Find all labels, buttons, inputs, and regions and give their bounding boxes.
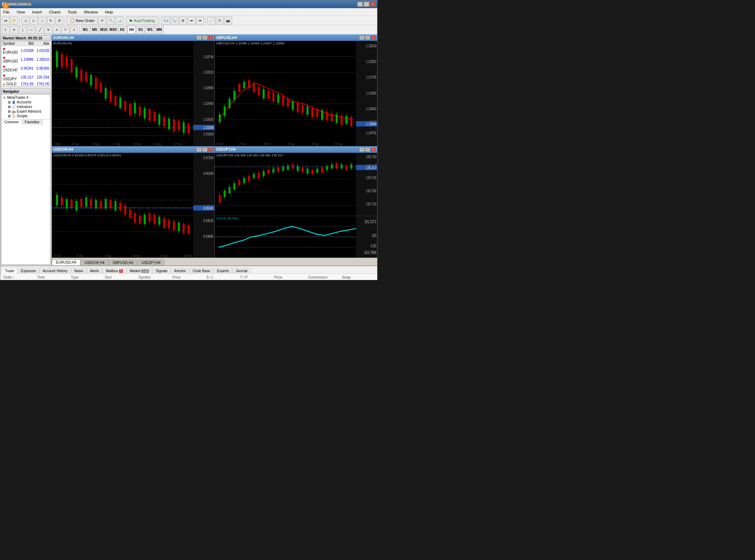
tf-d1[interactable]: D1 bbox=[136, 26, 145, 34]
minimize-button[interactable]: ─ bbox=[357, 2, 363, 7]
svg-text:0.93685: 0.93685 bbox=[203, 235, 214, 238]
chart-eurusd-body[interactable]: EURUSD,H4 bbox=[52, 41, 214, 146]
term-tab-news[interactable]: News bbox=[71, 268, 86, 274]
properties-button[interactable]: 🔧 bbox=[107, 17, 115, 25]
tf-m30[interactable]: M30 bbox=[109, 26, 117, 34]
chart-gbpusd-maximize[interactable]: □ bbox=[365, 36, 370, 40]
trendline-button[interactable]: ╱ bbox=[36, 26, 44, 34]
zoom-in-button[interactable]: 🔍+ bbox=[161, 17, 170, 25]
history-button[interactable]: 📊 bbox=[116, 17, 123, 25]
term-tab-alerts[interactable]: Alerts bbox=[87, 268, 102, 274]
chart-usdjpy-titlebar: USDJPY,H4 ─ □ ✕ bbox=[215, 146, 377, 153]
chart-eurusd-minimize[interactable]: ─ bbox=[197, 36, 202, 40]
fit-chart-button[interactable]: ⊞ bbox=[179, 17, 187, 25]
nav-experts[interactable]: ⊞ 🤖 Expert Advisors bbox=[7, 109, 49, 114]
term-tab-experts[interactable]: Experts bbox=[214, 268, 232, 274]
scripts-icon: 📜 bbox=[12, 114, 16, 118]
close-button[interactable]: ✕ bbox=[370, 2, 376, 7]
term-tab-trade[interactable]: Trade bbox=[2, 268, 17, 274]
close-all-button[interactable]: ✕ bbox=[98, 17, 106, 25]
term-tab-market[interactable]: Market 110 bbox=[127, 268, 152, 274]
svg-text:1.03740: 1.03740 bbox=[203, 55, 214, 59]
title-bar: 📈 MetaTrader 4 ─ □ ✕ bbox=[0, 0, 377, 8]
chart-tab-eurusd[interactable]: EURUSD,H4 bbox=[52, 259, 80, 265]
term-tab-journal[interactable]: Journal bbox=[232, 268, 251, 274]
tf-m15[interactable]: M15 bbox=[100, 26, 108, 34]
refresh-button[interactable]: ↻ bbox=[47, 17, 55, 25]
nav-tab-favorites[interactable]: Favorites bbox=[22, 119, 43, 125]
chart-tab-usdchf[interactable]: USDCHF,H4 bbox=[81, 260, 108, 265]
tf-m1[interactable]: M1 bbox=[81, 26, 90, 34]
right-arrow-button[interactable]: ➡ bbox=[196, 17, 204, 25]
market-watch-row[interactable]: ◆ EURUSD 1.01508 1.01526 bbox=[1, 46, 51, 55]
chart-eurusd-close[interactable]: ✕ bbox=[208, 36, 213, 40]
market-watch-row[interactable]: ◆ GOLD 1761.69 1762.05 bbox=[1, 82, 51, 87]
tf-w1[interactable]: W1 bbox=[146, 26, 154, 34]
chart-usdchf-h4: USDCHF,H4 ─ □ ✕ USDCHF,H4 0.95189 0.9537… bbox=[52, 146, 214, 258]
menu-insert[interactable]: Insert bbox=[31, 9, 43, 15]
screenshot-button[interactable]: 📷 bbox=[224, 17, 232, 25]
term-tab-codebase[interactable]: Code Base bbox=[189, 268, 213, 274]
chart-usdjpy-minimize[interactable]: ─ bbox=[359, 147, 364, 152]
auto-trading-button[interactable]: ▶ AutoTrading bbox=[127, 17, 158, 25]
menu-charts[interactable]: Charts bbox=[48, 9, 62, 15]
term-tab-mailbox[interactable]: Mailbox 7 bbox=[103, 268, 126, 274]
chart-usdjpy-maximize[interactable]: □ bbox=[365, 147, 370, 152]
settings-button[interactable]: ⚙ bbox=[55, 17, 63, 25]
nav-accounts[interactable]: ⊞ 👤 Accounts bbox=[7, 100, 49, 104]
menu-tools[interactable]: Tools bbox=[66, 9, 78, 15]
new-order-button[interactable]: 📋 New Order bbox=[66, 17, 98, 25]
chart-tab-gbpusd[interactable]: GBPUSD,H4 bbox=[109, 260, 137, 265]
tf-h1[interactable]: H1 bbox=[118, 26, 127, 34]
new-chart-button[interactable]: 🗃 bbox=[2, 17, 10, 25]
nav-metatrader4[interactable]: 🖥 MetaTrader 4 bbox=[2, 95, 49, 100]
market-watch-row[interactable]: ◆ USDJPY 135.317 135.334 bbox=[1, 73, 51, 82]
chart-usdchf-minimize[interactable]: ─ bbox=[197, 147, 202, 152]
cursor-button[interactable]: ↖ bbox=[2, 26, 10, 34]
menu-file[interactable]: File bbox=[2, 9, 11, 15]
label-button[interactable]: T bbox=[61, 26, 69, 34]
chart-gbpusd-minimize[interactable]: ─ bbox=[359, 36, 364, 40]
menu-window[interactable]: Window bbox=[82, 9, 99, 15]
crosshair-button[interactable]: ✛ bbox=[10, 26, 18, 34]
horizontal-line-button[interactable]: — bbox=[27, 26, 35, 34]
market-watch-row[interactable]: ◆ USDCHF 0.95341 0.95365 bbox=[1, 64, 51, 73]
pitchfork-button[interactable]: Ψ bbox=[44, 26, 52, 34]
market-watch-row[interactable]: ◆ GBPUSD 1.19996 1.20015 bbox=[1, 55, 51, 64]
svg-text:1.02890: 1.02890 bbox=[203, 86, 214, 90]
tf-m5[interactable]: M5 bbox=[90, 26, 99, 34]
nav-scripts[interactable]: ⊞ 📜 Scripts bbox=[7, 114, 49, 118]
chart-usdjpy-close[interactable]: ✕ bbox=[371, 147, 376, 152]
chart-usdchf-close[interactable]: ✕ bbox=[208, 147, 213, 152]
menu-help[interactable]: Help bbox=[103, 9, 114, 15]
nav-indicators[interactable]: ⊞ 📈 Indicators bbox=[7, 104, 49, 109]
text-button[interactable]: A bbox=[53, 26, 61, 34]
back-button[interactable]: ◁ bbox=[21, 17, 29, 25]
chart-usdchf-maximize[interactable]: □ bbox=[202, 147, 207, 152]
tf-mn[interactable]: MN bbox=[155, 26, 164, 34]
open-button[interactable]: 📂 bbox=[10, 17, 18, 25]
vertical-line-button[interactable]: | bbox=[19, 26, 27, 34]
term-tab-signals[interactable]: Signals bbox=[152, 268, 171, 274]
term-tab-history[interactable]: Account History bbox=[39, 268, 71, 274]
tf-h4[interactable]: H4 bbox=[127, 26, 136, 34]
chart-tab-usdjpy[interactable]: USDJPY,H4 bbox=[138, 260, 165, 265]
left-arrow-button[interactable]: ⬅ bbox=[188, 17, 196, 25]
chart-gbpusd-close[interactable]: ✕ bbox=[371, 36, 376, 40]
forward-button[interactable]: ▷ bbox=[30, 17, 38, 25]
chart-eurusd-maximize[interactable]: □ bbox=[202, 36, 207, 40]
arrow-button[interactable]: ↗ bbox=[70, 26, 78, 34]
chart-gbpusd-body[interactable]: GBPUSD.H4 1.20388 1.20494 1.19937 1.1999… bbox=[215, 41, 377, 146]
timer-button[interactable]: ⏱ bbox=[216, 17, 224, 25]
home-button[interactable]: ⌂ bbox=[38, 17, 46, 25]
nav-tab-common[interactable]: Common bbox=[1, 119, 22, 125]
line-button[interactable]: 📈 bbox=[207, 17, 215, 25]
chart-gbpusd-svg: 1.23010 1.22350 1.21705 1.21060 1.20400 … bbox=[215, 41, 377, 146]
zoom-out-button[interactable]: 🔍- bbox=[171, 17, 178, 25]
chart-usdjpy-body[interactable]: USDJPY.H4 135.066 135.391 134.982 135.31… bbox=[215, 153, 377, 258]
term-tab-articles[interactable]: Articles bbox=[171, 268, 189, 274]
maximize-button[interactable]: □ bbox=[364, 2, 369, 7]
term-tab-exposure[interactable]: Exposure bbox=[18, 268, 39, 274]
menu-view[interactable]: View bbox=[15, 9, 27, 15]
chart-usdchf-body[interactable]: USDCHF,H4 0.95189 0.95376 0.95116 0.9534… bbox=[52, 153, 214, 258]
